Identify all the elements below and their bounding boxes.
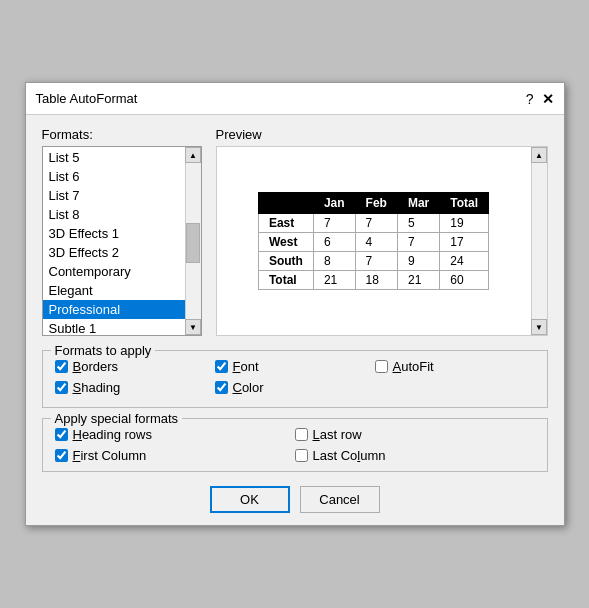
header-cell-mar: Mar	[397, 193, 439, 214]
last-column-label[interactable]: Last Column	[313, 448, 386, 463]
table-row: East77519	[258, 214, 488, 233]
first-column-checkbox[interactable]	[55, 449, 68, 462]
format-item[interactable]: Contemporary	[43, 262, 185, 281]
table-header-row: Jan Feb Mar Total	[258, 193, 488, 214]
scroll-down-button[interactable]: ▼	[185, 319, 201, 335]
format-item[interactable]: List 8	[43, 205, 185, 224]
borders-checkbox[interactable]	[55, 360, 68, 373]
preview-scroll-up[interactable]: ▲	[531, 147, 547, 163]
table-cell: Total	[258, 271, 313, 290]
color-checkbox-item[interactable]: Color	[215, 380, 375, 395]
first-column-checkbox-item[interactable]: First Column	[55, 448, 295, 463]
format-item[interactable]: List 6	[43, 167, 185, 186]
shading-label[interactable]: Shading	[73, 380, 121, 395]
dialog: Table AutoFormat ? ✕ Formats: List 5List…	[25, 82, 565, 526]
format-item[interactable]: Subtle 1	[43, 319, 185, 335]
last-row-checkbox[interactable]	[295, 428, 308, 441]
last-row-checkbox-item[interactable]: Last row	[295, 427, 535, 442]
autofit-checkbox-item[interactable]: AutoFit	[375, 359, 535, 374]
table-cell: 24	[440, 252, 489, 271]
table-cell: 21	[313, 271, 355, 290]
table-cell: 19	[440, 214, 489, 233]
header-cell-feb: Feb	[355, 193, 397, 214]
table-cell: 8	[313, 252, 355, 271]
table-cell: East	[258, 214, 313, 233]
first-column-label[interactable]: First Column	[73, 448, 147, 463]
font-checkbox-item[interactable]: Font	[215, 359, 375, 374]
button-row: OK Cancel	[42, 486, 548, 513]
help-button[interactable]: ?	[526, 91, 534, 107]
table-cell: 5	[397, 214, 439, 233]
formats-listbox: List 5List 6List 7List 83D Effects 13D E…	[42, 146, 202, 336]
close-button[interactable]: ✕	[542, 91, 554, 107]
font-label[interactable]: Font	[233, 359, 259, 374]
last-column-checkbox[interactable]	[295, 449, 308, 462]
table-cell: 21	[397, 271, 439, 290]
preview-box: Jan Feb Mar Total East77519West64717Sout…	[216, 146, 548, 336]
table-row: South87924	[258, 252, 488, 271]
formats-to-apply-group: Formats to apply Borders Font AutoFit Sh…	[42, 350, 548, 408]
scroll-thumb-area	[186, 163, 201, 319]
header-cell-total: Total	[440, 193, 489, 214]
cancel-button[interactable]: Cancel	[300, 486, 380, 513]
format-item[interactable]: List 7	[43, 186, 185, 205]
title-bar: Table AutoFormat ? ✕	[26, 83, 564, 115]
heading-rows-label[interactable]: Heading rows	[73, 427, 153, 442]
heading-rows-checkbox[interactable]	[55, 428, 68, 441]
table-cell: 7	[313, 214, 355, 233]
borders-label[interactable]: Borders	[73, 359, 119, 374]
formats-to-apply-label: Formats to apply	[51, 343, 156, 358]
top-section: Formats: List 5List 6List 7List 83D Effe…	[42, 127, 548, 336]
autofit-checkbox[interactable]	[375, 360, 388, 373]
table-cell: South	[258, 252, 313, 271]
table-cell: 4	[355, 233, 397, 252]
format-item[interactable]: Professional	[43, 300, 185, 319]
autofit-label[interactable]: AutoFit	[393, 359, 434, 374]
title-bar-controls: ? ✕	[526, 91, 554, 107]
table-cell: 60	[440, 271, 489, 290]
last-row-label[interactable]: Last row	[313, 427, 362, 442]
table-cell: 6	[313, 233, 355, 252]
preview-scroll-thumb-area	[532, 163, 547, 319]
dialog-title: Table AutoFormat	[36, 91, 138, 106]
special-formats-group: Apply special formats Heading rows Last …	[42, 418, 548, 472]
header-cell-empty	[258, 193, 313, 214]
preview-label: Preview	[216, 127, 548, 142]
preview-scroll-down[interactable]: ▼	[531, 319, 547, 335]
color-label[interactable]: Color	[233, 380, 264, 395]
preview-scrollbar[interactable]: ▲ ▼	[531, 147, 547, 335]
borders-checkbox-item[interactable]: Borders	[55, 359, 215, 374]
table-cell: 9	[397, 252, 439, 271]
table-cell: 18	[355, 271, 397, 290]
shading-checkbox-item[interactable]: Shading	[55, 380, 215, 395]
table-cell: 17	[440, 233, 489, 252]
table-cell: 7	[397, 233, 439, 252]
table-cell: 7	[355, 214, 397, 233]
dialog-body: Formats: List 5List 6List 7List 83D Effe…	[26, 115, 564, 525]
special-formats-label: Apply special formats	[51, 411, 183, 426]
last-column-checkbox-item[interactable]: Last Column	[295, 448, 535, 463]
table-row: West64717	[258, 233, 488, 252]
scroll-thumb[interactable]	[186, 223, 200, 263]
formats-scrollbar[interactable]: ▲ ▼	[185, 147, 201, 335]
heading-rows-checkbox-item[interactable]: Heading rows	[55, 427, 295, 442]
formats-list[interactable]: List 5List 6List 7List 83D Effects 13D E…	[43, 147, 185, 335]
header-cell-jan: Jan	[313, 193, 355, 214]
font-checkbox[interactable]	[215, 360, 228, 373]
color-checkbox[interactable]	[215, 381, 228, 394]
formats-label: Formats:	[42, 127, 202, 142]
format-item[interactable]: List 5	[43, 148, 185, 167]
preview-panel: Preview Jan Feb Mar Total	[216, 127, 548, 336]
scroll-up-button[interactable]: ▲	[185, 147, 201, 163]
ok-button[interactable]: OK	[210, 486, 290, 513]
format-item[interactable]: 3D Effects 2	[43, 243, 185, 262]
table-cell: West	[258, 233, 313, 252]
preview-table: Jan Feb Mar Total East77519West64717Sout…	[258, 192, 489, 290]
table-row: Total21182160	[258, 271, 488, 290]
format-item[interactable]: 3D Effects 1	[43, 224, 185, 243]
format-item[interactable]: Elegant	[43, 281, 185, 300]
special-formats-checkboxes: Heading rows Last row First Column Last …	[55, 427, 535, 463]
table-cell: 7	[355, 252, 397, 271]
shading-checkbox[interactable]	[55, 381, 68, 394]
formats-to-apply-checkboxes: Borders Font AutoFit Shading Color	[55, 359, 535, 395]
